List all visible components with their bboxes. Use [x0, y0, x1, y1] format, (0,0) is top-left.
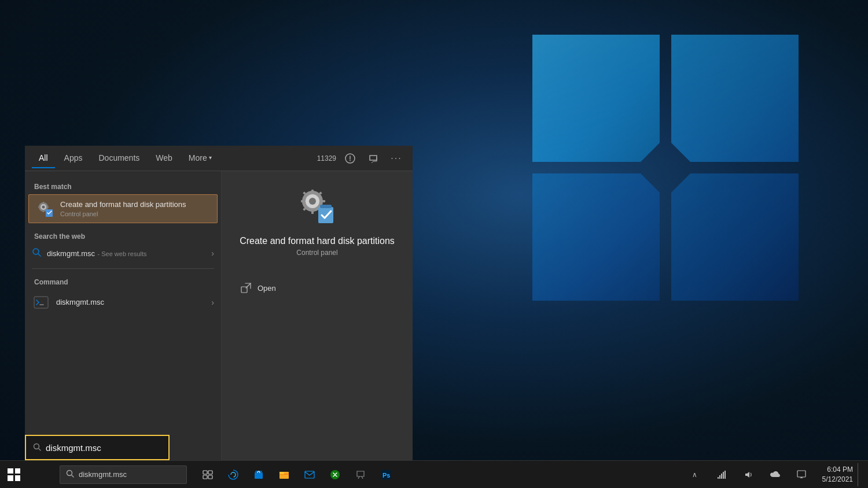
right-app-title: Create and format hard disk partitions	[240, 236, 395, 246]
open-action[interactable]: Open	[233, 278, 401, 298]
svg-rect-5	[43, 210, 44, 212]
right-app-icon	[296, 185, 338, 227]
best-match-subtitle: Control panel	[60, 210, 210, 217]
svg-rect-41	[723, 472, 724, 479]
svg-rect-17	[322, 200, 325, 202]
svg-rect-6	[38, 206, 40, 208]
command-label: Command	[25, 273, 221, 289]
svg-text:Ps: Ps	[382, 472, 390, 479]
search-box-icon	[33, 443, 41, 453]
search-badge: 11329	[317, 154, 336, 162]
right-panel: Create and format hard disk partitions C…	[222, 171, 413, 460]
svg-point-13	[309, 198, 316, 205]
file-explorer-button[interactable]	[273, 463, 296, 486]
mail-button[interactable]	[298, 463, 321, 486]
svg-rect-16	[301, 200, 304, 202]
svg-point-3	[42, 206, 45, 209]
taskbar-right: ∧	[679, 463, 868, 486]
svg-point-24	[34, 443, 39, 449]
best-match-label: Best match	[25, 178, 221, 193]
svg-rect-4	[43, 202, 44, 204]
svg-rect-7	[47, 206, 49, 208]
tab-more[interactable]: More ▾	[182, 149, 219, 168]
tab-right-area: 11329 ···	[317, 149, 406, 168]
command-arrow: ›	[211, 298, 214, 307]
xbox-button[interactable]	[323, 463, 347, 486]
volume-icon[interactable]	[737, 463, 760, 486]
tab-documents[interactable]: Documents	[91, 149, 146, 168]
svg-rect-21	[318, 207, 333, 223]
disk-mgmt-icon	[36, 199, 54, 218]
right-app-subtitle: Control panel	[296, 249, 337, 257]
search-tabs: All Apps Documents Web More ▾ 11329	[25, 146, 413, 171]
web-search-item[interactable]: diskmgmt.msc - See web results ›	[25, 243, 221, 264]
search-box-value: diskmgmt.msc	[46, 443, 101, 453]
snip-tool-button[interactable]	[349, 463, 372, 486]
best-match-title: Create and format hard disk partitions	[60, 200, 210, 210]
svg-rect-40	[721, 474, 722, 479]
svg-rect-31	[255, 473, 263, 479]
command-icon	[32, 293, 50, 312]
start-menu: All Apps Documents Web More ▾ 11329	[25, 146, 413, 460]
svg-rect-42	[724, 471, 726, 479]
clock-time: 6:04 PM	[822, 465, 853, 475]
svg-rect-39	[719, 475, 720, 479]
web-search-query: diskmgmt.msc	[47, 249, 95, 258]
search-web-label: Search the web	[25, 228, 221, 243]
svg-rect-38	[718, 477, 719, 479]
open-label: Open	[258, 284, 276, 293]
svg-rect-22	[320, 205, 332, 208]
tab-apps[interactable]: Apps	[57, 149, 90, 168]
svg-rect-33	[279, 472, 284, 474]
command-text: diskmgmt.msc	[56, 298, 209, 308]
svg-rect-14	[311, 190, 314, 193]
taskbar-search-text: diskmgmt.msc	[79, 470, 127, 479]
action-center-icon[interactable]	[790, 463, 813, 486]
web-search-icon	[32, 247, 41, 259]
search-box[interactable]: diskmgmt.msc	[25, 435, 170, 460]
tab-web[interactable]: Web	[149, 149, 179, 168]
clock-date: 5/12/2021	[822, 475, 853, 485]
command-title: diskmgmt.msc	[56, 298, 209, 308]
svg-rect-29	[203, 475, 207, 479]
store-button[interactable]	[247, 463, 270, 486]
edge-browser-button[interactable]	[222, 463, 245, 486]
search-content: Best match	[25, 171, 413, 460]
taskbar-search-icon	[66, 469, 74, 479]
web-search-arrow: ›	[211, 249, 214, 258]
open-icon	[240, 282, 252, 294]
svg-rect-27	[203, 471, 207, 474]
svg-rect-30	[208, 475, 212, 479]
show-hidden-icons[interactable]: ∧	[683, 463, 707, 486]
photoshop-button[interactable]: Ps	[374, 463, 398, 486]
web-search-see: - See web results	[98, 250, 147, 257]
onedrive-icon[interactable]	[763, 463, 786, 486]
svg-rect-15	[311, 210, 314, 214]
chevron-down-icon: ▾	[209, 154, 212, 161]
start-button[interactable]	[0, 461, 28, 489]
windows-logo	[8, 468, 20, 481]
cortana-icon[interactable]	[341, 149, 359, 168]
right-actions: Open	[233, 271, 401, 298]
taskbar-clock[interactable]: 6:04 PM 5/12/2021	[822, 465, 853, 485]
left-panel: Best match	[25, 171, 222, 460]
svg-rect-28	[208, 471, 212, 474]
svg-rect-10	[34, 297, 48, 308]
web-search-text: diskmgmt.msc - See web results	[47, 248, 203, 258]
network-icon[interactable]	[710, 463, 733, 486]
taskbar: diskmgmt.msc	[0, 460, 868, 488]
command-item[interactable]: diskmgmt.msc ›	[25, 289, 221, 316]
system-tray-icons: ∧	[679, 463, 818, 486]
taskbar-icons: Ps	[196, 463, 398, 486]
svg-rect-43	[797, 471, 806, 477]
svg-point-26	[67, 471, 72, 476]
best-match-item[interactable]: Create and format hard disk partitions C…	[28, 194, 218, 223]
more-options-icon[interactable]: ···	[387, 149, 406, 168]
taskbar-search[interactable]: diskmgmt.msc	[60, 465, 187, 484]
best-match-text: Create and format hard disk partitions C…	[60, 200, 210, 217]
feedback-icon[interactable]	[364, 149, 382, 168]
task-view-button[interactable]	[196, 463, 219, 486]
section-separator	[32, 268, 214, 269]
show-desktop-button[interactable]	[858, 463, 861, 486]
tab-all[interactable]: All	[32, 149, 55, 168]
